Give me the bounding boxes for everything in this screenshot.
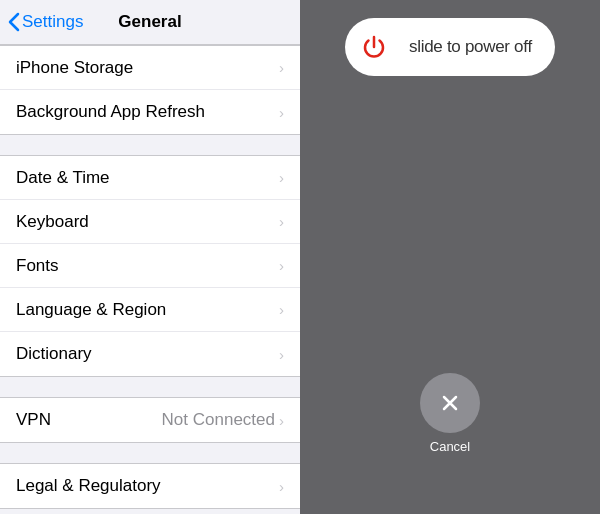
section-legal: Legal & Regulatory › (0, 463, 300, 509)
iphone-storage-label: iPhone Storage (16, 58, 133, 78)
fonts-row[interactable]: Fonts › (0, 244, 300, 288)
iphone-storage-row[interactable]: iPhone Storage › (0, 46, 300, 90)
keyboard-label: Keyboard (16, 212, 89, 232)
section-storage: iPhone Storage › Background App Refresh … (0, 45, 300, 135)
cancel-button[interactable] (420, 373, 480, 433)
slide-to-power-off-text: slide to power off (409, 37, 532, 57)
back-label: Settings (22, 12, 83, 32)
x-icon (436, 389, 464, 417)
dictionary-row[interactable]: Dictionary › (0, 332, 300, 376)
section-datetime: Date & Time › Keyboard › Fonts › Languag… (0, 155, 300, 377)
vpn-label: VPN (16, 410, 51, 430)
chevron-icon: › (279, 213, 284, 230)
power-off-panel: slide to power off Cancel (300, 0, 600, 514)
dictionary-label: Dictionary (16, 344, 92, 364)
chevron-icon: › (279, 257, 284, 274)
chevron-icon: › (279, 59, 284, 76)
date-time-label: Date & Time (16, 168, 110, 188)
back-button[interactable]: Settings (8, 12, 83, 32)
chevron-icon: › (279, 478, 284, 495)
date-time-row[interactable]: Date & Time › (0, 156, 300, 200)
page-title: General (118, 12, 181, 32)
cancel-area: Cancel (420, 373, 480, 454)
background-app-refresh-row[interactable]: Background App Refresh › (0, 90, 300, 134)
keyboard-row[interactable]: Keyboard › (0, 200, 300, 244)
power-icon-circle (351, 24, 397, 70)
section-vpn: VPN Not Connected › (0, 397, 300, 443)
vpn-status: Not Connected (162, 410, 275, 430)
background-app-refresh-label: Background App Refresh (16, 102, 205, 122)
nav-header: Settings General (0, 0, 300, 45)
language-region-row[interactable]: Language & Region › (0, 288, 300, 332)
power-icon (360, 33, 388, 61)
language-region-label: Language & Region (16, 300, 166, 320)
settings-left-panel: Settings General iPhone Storage › Backgr… (0, 0, 300, 514)
cancel-label: Cancel (430, 439, 470, 454)
slide-to-power-off-slider[interactable]: slide to power off (345, 18, 555, 76)
vpn-row[interactable]: VPN Not Connected › (0, 398, 300, 442)
legal-regulatory-row[interactable]: Legal & Regulatory › (0, 464, 300, 508)
settings-group: iPhone Storage › Background App Refresh … (0, 45, 300, 514)
chevron-icon: › (279, 169, 284, 186)
chevron-icon: › (279, 346, 284, 363)
chevron-icon: › (279, 412, 284, 429)
chevron-icon: › (279, 301, 284, 318)
chevron-icon: › (279, 104, 284, 121)
fonts-label: Fonts (16, 256, 59, 276)
legal-regulatory-label: Legal & Regulatory (16, 476, 161, 496)
